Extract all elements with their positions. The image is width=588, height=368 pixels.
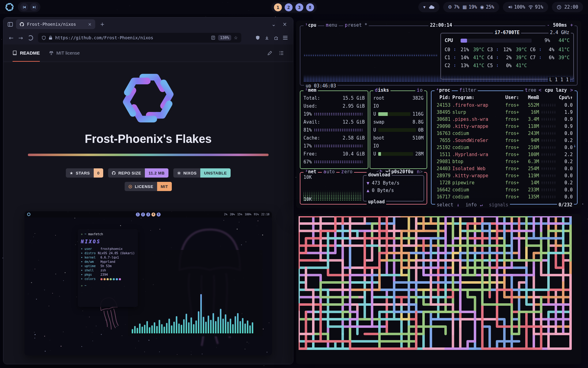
- select-action[interactable]: select: [437, 202, 453, 208]
- process-row[interactable]: 16642 codium fros+ 233M 0.0: [435, 186, 573, 193]
- shield-icon[interactable]: [42, 36, 46, 40]
- menu-button[interactable]: menu: [324, 22, 339, 28]
- visualizer-bar: [195, 320, 197, 333]
- process-row[interactable]: 28979 .kitty-wrappe fros+ 119M 0.0: [435, 172, 573, 179]
- btop-clock: 22:00:14: [428, 22, 454, 28]
- edit-pencil-icon[interactable]: [267, 51, 272, 56]
- process-row[interactable]: 24153 .firefox-wrap fros+ 552M 0.0: [435, 102, 573, 109]
- process-row[interactable]: 29081 btop fros+ 6.3M 0.2: [435, 158, 573, 165]
- process-row[interactable]: 30681 .pipes.sh-wra fros+ 3.4M 0.9: [435, 116, 573, 123]
- menu-hamburger-icon[interactable]: [283, 36, 288, 40]
- audio-visualizer: [128, 250, 263, 336]
- core-row: C6 4%41°C: [530, 46, 570, 54]
- ram-icon: ▦: [462, 4, 467, 10]
- clock-widget[interactable]: 22:00: [552, 2, 583, 12]
- memory-stat-line: Free:10.4 GiB: [303, 150, 365, 158]
- new-tab-button[interactable]: +: [98, 21, 106, 28]
- protections-shield-icon[interactable]: [255, 35, 260, 40]
- process-row[interactable]: 1728 pipewire fros+ 14M 0.2: [435, 179, 573, 186]
- visualizer-bar: [215, 321, 217, 333]
- tab-title: Frost-Phoenix/nixos: [27, 22, 85, 27]
- reader-mode-icon[interactable]: [211, 36, 215, 40]
- visualizer-bar: [239, 321, 241, 333]
- browser-tab[interactable]: Frost-Phoenix/nixos ×: [16, 19, 95, 29]
- memory-stat-line: 81%: [303, 126, 365, 134]
- url-text: https://github.com/Frost-Phoenix/nixos: [55, 35, 208, 40]
- process-row[interactable]: 25192 codium fros+ 216M 0.0: [435, 144, 573, 151]
- process-row[interactable]: 7655 .SoundWireSer fros+ 94M 0.2: [435, 137, 573, 144]
- window-close-button[interactable]: ×: [281, 21, 289, 28]
- process-row[interactable]: 29090 .kitty-wrappe fros+ 118M 0.9: [435, 123, 573, 130]
- scroll-down-arrow[interactable]: ↓: [573, 143, 576, 148]
- stars-badge: ★STARS 0: [66, 168, 103, 178]
- fetch-row: •distroNixOS 24.05 (Uakari): [81, 251, 135, 255]
- process-row[interactable]: 16763 codium fros+ 243M 0.0: [435, 130, 573, 137]
- reload-button[interactable]: [28, 35, 33, 40]
- net-zero-button[interactable]: zero: [340, 169, 354, 174]
- weather-widget[interactable]: ▾: [418, 2, 439, 12]
- preset-button[interactable]: preset *: [343, 22, 369, 28]
- prev-workspace-button[interactable]: [20, 3, 28, 11]
- forward-button[interactable]: →: [18, 35, 23, 41]
- process-row[interactable]: 1511 .Hyprland-wra fros+ 100M 2.2: [435, 151, 573, 158]
- process-row[interactable]: 16717 codium fros+ 135M 0.0: [435, 193, 573, 200]
- process-row[interactable]: 24403 Isolated Web fros+ 254M 0.0: [435, 165, 573, 172]
- lock-icon[interactable]: [49, 36, 52, 40]
- screenshot-status-bar: 12348 2%20%15% 100%91% 22:18: [24, 211, 272, 217]
- visualizer-bar: [190, 317, 192, 333]
- memory-stat-line: 67%: [303, 158, 365, 166]
- outline-list-icon[interactable]: [279, 51, 284, 56]
- visualizer-bar: [235, 316, 236, 333]
- ascii-logo: NIXOS: [81, 239, 135, 244]
- back-button[interactable]: ←: [9, 35, 13, 41]
- address-bar[interactable]: https://github.com/Frost-Phoenix/nixos 1…: [38, 33, 241, 43]
- sidebar-toggle-icon[interactable]: [8, 22, 13, 27]
- tab-bar: Frost-Phoenix/nixos × + ⌄ ×: [3, 17, 293, 31]
- zoom-level-badge[interactable]: 130%: [218, 35, 231, 40]
- star-icon: ★: [70, 171, 73, 175]
- memory-stat-line: Used:2.95 GiB: [303, 102, 365, 110]
- screenshot-workspace: 2: [141, 213, 145, 217]
- workspace-button[interactable]: 1: [274, 3, 282, 11]
- disk-line: U 116G: [373, 110, 424, 118]
- tab-mit-license[interactable]: MIT license: [49, 44, 80, 62]
- tab-readme[interactable]: README: [13, 44, 40, 62]
- bookmark-star-icon[interactable]: ☆: [234, 35, 238, 40]
- memory-stat-line: Total:15.5 GiB: [303, 94, 365, 102]
- audio-network-widget[interactable]: 100% 91%: [503, 2, 548, 12]
- tab-close-button[interactable]: ×: [88, 22, 92, 27]
- sort-selector[interactable]: < cpu lazy >: [537, 87, 575, 93]
- speaker-icon: [508, 5, 512, 9]
- workspace-button[interactable]: 3: [296, 3, 303, 11]
- palette-dot: [107, 278, 109, 280]
- system-stats-widget[interactable]: ⚙7% ▦19% ◉25%: [443, 2, 499, 12]
- process-row[interactable]: 38495 slurp fros+ 16M 1.9: [435, 109, 573, 116]
- screenshot-nix-logo: [27, 213, 31, 216]
- disk-line: IO: [373, 142, 424, 150]
- visualizer-bar: [230, 319, 231, 333]
- info-action[interactable]: info: [466, 202, 477, 208]
- readme-content: Frost-Phoenix's Flakes ★STARS 0 REPO SIZ…: [3, 62, 293, 364]
- core-row: C2 13%41°C: [445, 62, 484, 70]
- next-workspace-button[interactable]: [30, 3, 38, 11]
- nixos-logo[interactable]: [5, 2, 14, 12]
- screenshot-stats: 2%20%15% 100%91% 22:18: [224, 213, 270, 216]
- signals-action[interactable]: signals: [489, 202, 508, 208]
- fastfetch-terminal: » ~ maxfetch NIXOS •userfrostphoenix•dis…: [78, 229, 138, 307]
- io-mode-button[interactable]: io: [415, 87, 424, 93]
- tree-button[interactable]: tree: [523, 87, 538, 93]
- workspace-button[interactable]: 2: [285, 3, 293, 11]
- download-icon[interactable]: [265, 36, 269, 40]
- visualizer-bar: [247, 320, 248, 333]
- net-speed-panel: download ▼473 Byte/s ▲0 Byte/s upload: [363, 175, 424, 201]
- net-auto-button[interactable]: auto: [322, 169, 336, 174]
- visualizer-bar: [188, 322, 190, 333]
- workspace-button[interactable]: 8: [306, 3, 314, 11]
- extensions-puzzle-icon[interactable]: [274, 36, 278, 40]
- filter-button[interactable]: filter: [458, 87, 478, 93]
- caret-down-icon: ▾: [423, 4, 426, 10]
- desktop: 1238 ▾ ⚙7% ▦19% ◉25% 100% 91% 22:00: [0, 0, 588, 368]
- update-interval[interactable]: - 500ms +: [545, 22, 575, 28]
- process-table-header[interactable]: Pid: Program: User: MemB Cpu%↑: [435, 94, 573, 102]
- tab-list-button[interactable]: ⌄: [270, 21, 278, 28]
